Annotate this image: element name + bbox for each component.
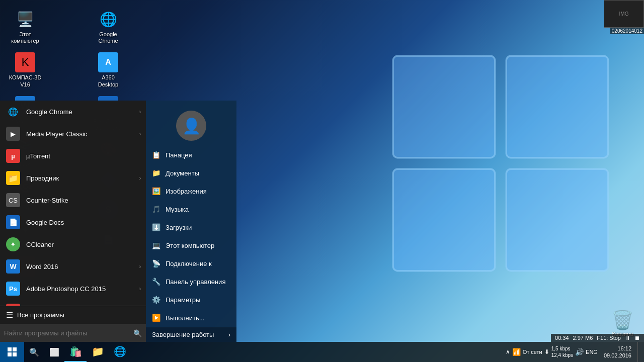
taskbar-chrome-icon: 🌐 bbox=[114, 345, 126, 357]
all-programs-button[interactable]: ☰ Все программы bbox=[0, 306, 146, 324]
svg-rect-3 bbox=[506, 169, 608, 271]
start-right-images[interactable]: 🖼️ Изображения bbox=[146, 182, 236, 200]
start-item-word[interactable]: W Word 2016 › bbox=[0, 255, 146, 278]
utorrent1-menu-icon: µ bbox=[6, 149, 20, 163]
start-search-bar[interactable]: 🔍 bbox=[0, 324, 146, 342]
start-item-counterstrike[interactable]: CS Counter-Strike bbox=[0, 189, 146, 211]
start-item-ccleaner[interactable]: ✦ CCleaner bbox=[0, 233, 146, 255]
desktop-icon-kompas[interactable]: K КОМПАС-3DV16 bbox=[5, 48, 45, 92]
taskbar-taskview-icon: ⬜ bbox=[49, 347, 59, 357]
media-time: 00:34 bbox=[555, 335, 569, 341]
ps-menu-icon: Ps bbox=[6, 282, 20, 296]
ps-menu-label: Adobe Photoshop CC 2015 bbox=[26, 285, 106, 293]
taskbar-apps: 🔍 ⬜ 🛍️ 📁 🌐 bbox=[24, 342, 502, 362]
start-right-thispc[interactable]: 💻 Этот компьютер bbox=[146, 236, 236, 254]
docs-label: Документы bbox=[166, 169, 199, 177]
start-right-docs[interactable]: 📁 Документы bbox=[146, 164, 236, 182]
mediaplayer-menu-label: Media Player Classic bbox=[26, 130, 87, 138]
chrome-icon: 🌐 bbox=[98, 9, 118, 29]
taskbar-search-icon: 🔍 bbox=[29, 347, 39, 357]
svg-rect-2 bbox=[393, 169, 495, 271]
start-right-music[interactable]: 🎵 Музыка bbox=[146, 200, 236, 218]
start-item-photoshop[interactable]: Ps Adobe Photoshop CC 2015 › bbox=[0, 278, 146, 300]
user-avatar[interactable]: 👤 bbox=[176, 111, 206, 141]
tray-volume-icon[interactable]: 🔊 bbox=[575, 348, 584, 356]
start-right-panel[interactable]: 📋 Панацея bbox=[146, 146, 236, 164]
clock[interactable]: 16:12 09.02.2016 bbox=[600, 345, 635, 359]
word-arrow: › bbox=[139, 264, 141, 269]
taskbar-store-app[interactable]: 🛍️ bbox=[64, 342, 87, 362]
control-label: Панель управления bbox=[166, 278, 225, 286]
top-right-thumbnail: IMG bbox=[604, 0, 644, 28]
tray-speed: 1,5 kbps 12,4 kbps bbox=[551, 345, 573, 358]
media-size: 2.97 M6 bbox=[573, 335, 593, 341]
media-stop-icon[interactable]: ⏹ bbox=[634, 335, 640, 341]
windows-logo bbox=[387, 50, 614, 277]
start-search-icon: 🔍 bbox=[133, 329, 142, 337]
recycle-bin-graphic: 🗑️ bbox=[611, 310, 634, 331]
word-menu-icon: W bbox=[6, 259, 20, 274]
start-right-run[interactable]: ▶️ Выполнить... bbox=[146, 309, 236, 327]
start-item-google-docs[interactable]: 📄 Google Docs bbox=[0, 211, 146, 233]
all-programs-label: Все программы bbox=[17, 311, 64, 319]
shutdown-arrow: › bbox=[228, 331, 230, 338]
music-label: Музыка bbox=[166, 206, 189, 213]
taskbar-store-icon: 🛍️ bbox=[69, 345, 82, 357]
start-right-connect[interactable]: 📡 Подключение к bbox=[146, 254, 236, 273]
desktop-icon-a360[interactable]: A A360Desktop bbox=[88, 48, 128, 92]
recycle-bin-icon[interactable]: 🗑️ Корзина bbox=[611, 310, 634, 337]
run-icon: ▶️ bbox=[152, 314, 160, 322]
start-item-google-chrome[interactable]: 🌐 Google Chrome › bbox=[0, 101, 146, 123]
start-item-explorer[interactable]: 📁 Проводник › bbox=[0, 167, 146, 189]
svg-rect-6 bbox=[8, 352, 12, 356]
a360-label: A360Desktop bbox=[98, 74, 118, 87]
taskbar-taskview-button[interactable]: ⬜ bbox=[44, 342, 64, 362]
downloads-icon: ⬇️ bbox=[152, 223, 160, 231]
taskbar-chrome-app[interactable]: 🌐 bbox=[109, 342, 131, 362]
start-item-utorrent1[interactable]: µ µTorrent bbox=[0, 145, 146, 167]
taskbar-explorer-app[interactable]: 📁 bbox=[87, 342, 109, 362]
taskbar-search-button[interactable]: 🔍 bbox=[24, 342, 44, 362]
tray-show-desktop[interactable] bbox=[637, 342, 640, 362]
svg-rect-4 bbox=[8, 347, 12, 351]
cs-menu-icon: CS bbox=[6, 193, 20, 207]
utorrent2-menu-icon: µ bbox=[6, 304, 20, 306]
media-pause-icon[interactable]: ⏸ bbox=[625, 335, 630, 341]
cs-menu-label: Counter-Strike bbox=[26, 197, 68, 204]
desktop-icon-thispc[interactable]: 🖥️ Этоткомпьютер bbox=[5, 5, 45, 48]
start-right-downloads[interactable]: ⬇️ Загрузки bbox=[146, 218, 236, 236]
thispc-label: Этоткомпьютер bbox=[11, 31, 39, 44]
run-label: Выполнить... bbox=[166, 314, 205, 322]
kompas-label: КОМПАС-3DV16 bbox=[9, 74, 42, 87]
a360-icon: A bbox=[98, 52, 118, 72]
kompas-icon: K bbox=[15, 52, 35, 72]
chrome-menu-icon: 🌐 bbox=[6, 105, 20, 119]
shutdown-button[interactable]: Завершение работы › bbox=[146, 327, 236, 342]
explorer-menu-label: Проводник bbox=[26, 174, 59, 182]
start-item-utorrent2[interactable]: µ µTorrent bbox=[0, 300, 146, 306]
media-player-bar: 00:34 2.97 M6 F11: Stop ⏸ ⏹ bbox=[551, 334, 644, 342]
docs-icon: 📁 bbox=[152, 169, 160, 177]
desktop-icon-chrome[interactable]: 🌐 GoogleChrome bbox=[88, 5, 128, 48]
tray-speed-down: 12,4 kbps bbox=[551, 352, 573, 358]
settings-label: Параметры bbox=[166, 296, 200, 304]
start-button[interactable] bbox=[0, 342, 24, 362]
connect-icon: 📡 bbox=[152, 259, 160, 267]
start-item-media-player[interactable]: ▶ Media Player Classic › bbox=[0, 123, 146, 145]
svg-rect-1 bbox=[506, 56, 608, 158]
chrome-label: GoogleChrome bbox=[98, 31, 118, 44]
music-icon: 🎵 bbox=[152, 205, 160, 213]
thispc-right-label: Этот компьютер bbox=[166, 242, 214, 249]
clock-date: 09.02.2016 bbox=[604, 352, 631, 359]
start-right-settings[interactable]: ⚙️ Параметры bbox=[146, 291, 236, 309]
start-search-input[interactable] bbox=[4, 329, 133, 337]
windows-start-icon bbox=[7, 347, 17, 357]
tray-network-icon[interactable]: 📶 bbox=[512, 348, 521, 356]
tray-lang[interactable]: ENG bbox=[586, 349, 598, 355]
system-tray: ∧ 📶 От сети ⬇ 1,5 kbps 12,4 kbps 🔊 ENG 1… bbox=[502, 342, 644, 362]
mediaplayer-arrow: › bbox=[139, 131, 141, 137]
tray-up-arrow[interactable]: ∧ bbox=[506, 348, 510, 355]
thumbnail-label: 02062014012 bbox=[610, 28, 644, 34]
user-section: 👤 bbox=[146, 101, 236, 146]
start-right-control[interactable]: 🔧 Панель управления bbox=[146, 273, 236, 291]
